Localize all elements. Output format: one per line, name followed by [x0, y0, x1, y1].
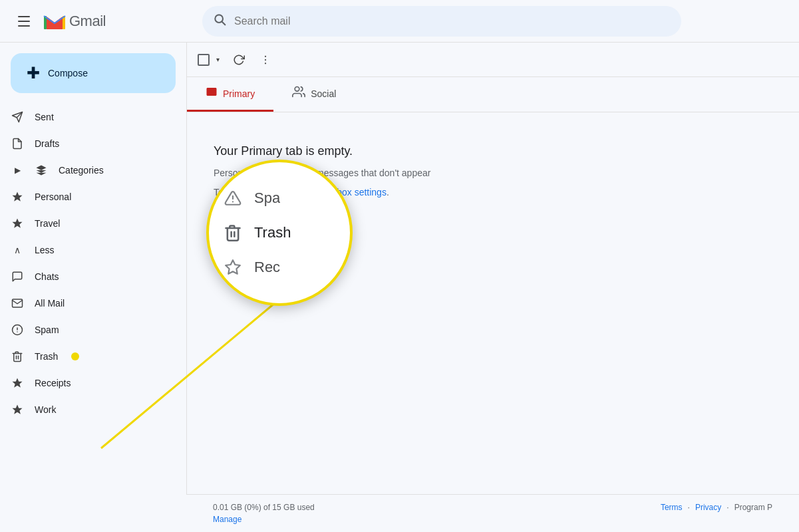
primary-tab-icon — [206, 86, 218, 101]
select-all-wrap[interactable]: ▾ — [198, 53, 224, 66]
sent-icon — [11, 110, 24, 124]
sidebar-item-travel[interactable]: Travel — [0, 210, 176, 237]
sent-label: Sent — [35, 112, 54, 122]
header: Gmail — [0, 0, 799, 43]
sidebar-item-less[interactable]: ∧ Less — [0, 237, 176, 263]
work-icon — [11, 403, 24, 416]
sidebar-item-chats[interactable]: Chats — [0, 263, 176, 290]
less-icon: ∧ — [11, 243, 24, 257]
trash-icon — [11, 350, 24, 363]
compose-button[interactable]: ✚ Compose — [11, 53, 176, 93]
refresh-button[interactable] — [227, 48, 251, 72]
expand-icon: ▶ — [11, 164, 24, 177]
svg-marker-14 — [13, 405, 23, 414]
tab-primary[interactable]: Primary — [187, 77, 273, 112]
spam-label: Spam — [35, 325, 59, 335]
toolbar: ▾ — [187, 43, 799, 77]
social-tab-icon — [292, 85, 305, 102]
sidebar-item-spam[interactable]: Spam — [0, 317, 176, 343]
categories-icon — [35, 164, 48, 177]
personal-icon — [11, 190, 24, 203]
gmail-logo: Gmail — [43, 9, 106, 33]
svg-point-15 — [265, 55, 266, 57]
footer-sep2: · — [726, 503, 728, 524]
travel-label: Travel — [35, 218, 60, 229]
svg-line-3 — [222, 22, 226, 25]
magnify-receipts-label: Rec — [254, 259, 280, 276]
magnify-spam-label: Spa — [254, 190, 280, 207]
magnify-trash-label: Trash — [254, 224, 291, 241]
spam-icon — [11, 323, 24, 336]
privacy-link[interactable]: Privacy — [695, 503, 721, 524]
magnify-trash-icon — [222, 222, 243, 243]
magnify-item-spam: Spa — [222, 184, 337, 213]
personal-label: Personal — [35, 192, 71, 202]
terms-link[interactable]: Terms — [661, 503, 683, 524]
gmail-wordmark: Gmail — [69, 13, 106, 30]
compose-label: Compose — [48, 68, 88, 78]
travel-icon — [11, 217, 24, 230]
svg-marker-24 — [226, 260, 240, 274]
hamburger-icon — [18, 16, 30, 27]
sidebar-item-trash[interactable]: Trash — [0, 343, 176, 370]
categories-label: Categories — [59, 165, 104, 176]
sidebar-item-personal[interactable]: Personal — [0, 184, 176, 210]
sidebar-item-allmail[interactable]: All Mail — [0, 290, 176, 317]
empty-cta-suffix: . — [387, 187, 389, 198]
sidebar-item-categories[interactable]: ▶ Categories — [0, 157, 176, 184]
trash-yellow-dot — [71, 352, 79, 360]
chats-label: Chats — [35, 271, 59, 282]
svg-marker-6 — [13, 192, 23, 201]
svg-point-17 — [265, 63, 266, 64]
magnify-item-trash: Trash — [222, 218, 337, 247]
compose-plus-icon: ✚ — [27, 64, 40, 82]
select-dropdown-button[interactable]: ▾ — [211, 53, 224, 66]
more-options-button[interactable] — [253, 48, 277, 72]
magnify-item-receipts: Rec — [222, 253, 337, 282]
search-bar[interactable] — [202, 6, 681, 37]
magnify-popup: Spa Trash Rec — [206, 160, 353, 306]
sidebar-item-work[interactable]: Work — [0, 396, 176, 423]
chats-icon — [11, 270, 24, 283]
tab-social[interactable]: Social — [273, 77, 355, 112]
gmail-m-icon — [43, 9, 67, 33]
less-label: Less — [35, 245, 55, 255]
inbox-tabs: Primary Social — [187, 77, 799, 112]
svg-marker-7 — [13, 219, 23, 228]
sidebar: ✚ Compose Sent Drafts ▶ — [0, 43, 186, 532]
allmail-icon — [11, 297, 24, 310]
magnify-receipts-icon — [222, 257, 243, 278]
receipts-label: Receipts — [35, 378, 71, 388]
menu-button[interactable] — [11, 8, 37, 35]
footer-sep1: · — [688, 503, 690, 524]
svg-point-16 — [265, 59, 266, 60]
storage-info: 0.01 GB (0%) of 15 GB used — [213, 503, 315, 512]
search-input[interactable] — [234, 15, 671, 27]
main-layout: ✚ Compose Sent Drafts ▶ — [0, 43, 799, 532]
program-label: Program P — [734, 503, 772, 524]
manage-link[interactable]: Manage — [213, 515, 315, 524]
magnify-spam-icon — [222, 188, 243, 209]
receipts-icon — [11, 376, 24, 390]
empty-title: Your Primary tab is empty. — [214, 144, 772, 158]
drafts-icon — [11, 137, 24, 150]
work-label: Work — [35, 404, 56, 415]
footer-links: Terms · Privacy · Program P — [661, 503, 772, 524]
allmail-label: All Mail — [35, 298, 65, 309]
social-tab-label: Social — [311, 88, 336, 99]
trash-label: Trash — [35, 351, 58, 362]
sidebar-item-receipts[interactable]: Receipts — [0, 370, 176, 396]
footer: 0.01 GB (0%) of 15 GB used Manage Terms … — [186, 494, 799, 532]
sidebar-item-sent[interactable]: Sent — [0, 104, 176, 130]
select-all-checkbox[interactable] — [198, 54, 210, 66]
svg-point-18 — [295, 87, 299, 92]
sidebar-item-drafts[interactable]: Drafts — [0, 130, 176, 157]
svg-marker-13 — [13, 378, 23, 388]
drafts-label: Drafts — [35, 138, 59, 149]
header-left: Gmail — [11, 8, 197, 35]
footer-left: 0.01 GB (0%) of 15 GB used Manage — [213, 503, 315, 524]
primary-tab-label: Primary — [223, 88, 255, 99]
search-icon — [213, 13, 226, 29]
